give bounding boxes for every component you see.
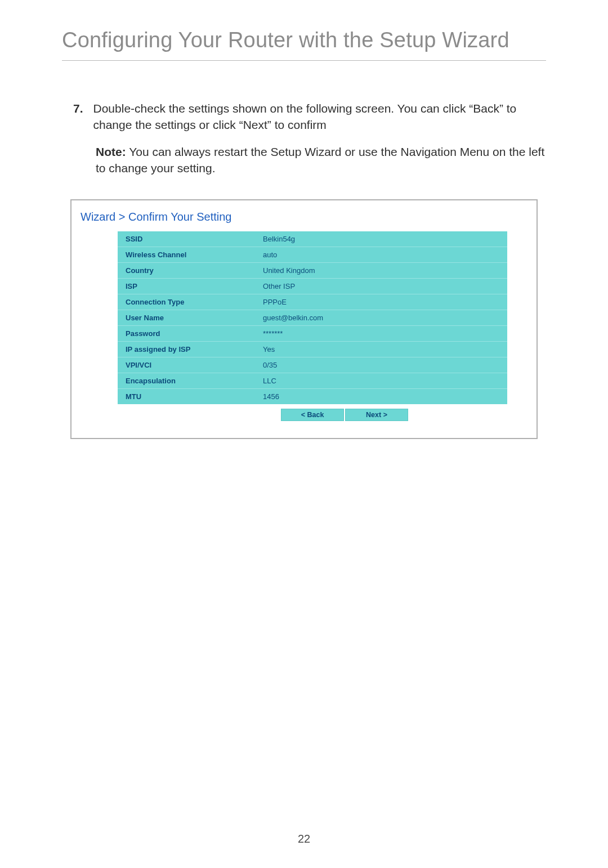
setting-label: MTU bbox=[118, 388, 255, 404]
setting-value: Yes bbox=[255, 341, 507, 357]
page-number: 22 bbox=[0, 833, 608, 845]
table-row: Wireless Channel auto bbox=[118, 247, 507, 262]
setting-label: ISP bbox=[118, 278, 255, 294]
page-title: Configuring Your Router with the Setup W… bbox=[62, 28, 546, 61]
settings-block: SSID Belkin54g Wireless Channel auto Cou… bbox=[118, 231, 507, 421]
step-number: 7. bbox=[73, 100, 83, 117]
table-row: MTU 1456 bbox=[118, 388, 507, 404]
wizard-screenshot: Wizard > Confirm Your Setting SSID Belki… bbox=[70, 199, 538, 439]
wizard-breadcrumb: Wizard > Confirm Your Setting bbox=[81, 211, 527, 223]
table-row: IP assigned by ISP Yes bbox=[118, 341, 507, 357]
step-text: Double-check the settings shown on the f… bbox=[93, 100, 546, 133]
setting-value: PPPoE bbox=[255, 294, 507, 310]
setting-label: SSID bbox=[118, 231, 255, 247]
setting-label: User Name bbox=[118, 310, 255, 325]
back-button[interactable]: < Back bbox=[281, 409, 344, 421]
table-row: ISP Other ISP bbox=[118, 278, 507, 294]
setting-value: auto bbox=[255, 247, 507, 262]
wizard-button-row: < BackNext > bbox=[118, 404, 507, 421]
setting-label: Wireless Channel bbox=[118, 247, 255, 262]
note-label: Note: bbox=[96, 145, 126, 158]
setting-value: LLC bbox=[255, 373, 507, 388]
setting-value: 0/35 bbox=[255, 357, 507, 373]
note-text: You can always restart the Setup Wizard … bbox=[96, 145, 544, 175]
note: Note: You can always restart the Setup W… bbox=[96, 144, 546, 177]
table-row: Password ******* bbox=[118, 325, 507, 341]
table-row: VPI/VCI 0/35 bbox=[118, 357, 507, 373]
step-7: 7. Double-check the settings shown on th… bbox=[73, 100, 546, 133]
table-row: Country United Kingdom bbox=[118, 262, 507, 278]
setting-label: VPI/VCI bbox=[118, 357, 255, 373]
setting-label: Country bbox=[118, 262, 255, 278]
setting-value: 1456 bbox=[255, 388, 507, 404]
setting-label: Encapsulation bbox=[118, 373, 255, 388]
setting-value: ******* bbox=[255, 325, 507, 341]
setting-label: Connection Type bbox=[118, 294, 255, 310]
settings-table: SSID Belkin54g Wireless Channel auto Cou… bbox=[118, 231, 507, 404]
table-row: SSID Belkin54g bbox=[118, 231, 507, 247]
setting-value: Other ISP bbox=[255, 278, 507, 294]
table-row: Encapsulation LLC bbox=[118, 373, 507, 388]
setting-value: Belkin54g bbox=[255, 231, 507, 247]
next-button[interactable]: Next > bbox=[345, 409, 408, 421]
table-row: Connection Type PPPoE bbox=[118, 294, 507, 310]
setting-label: IP assigned by ISP bbox=[118, 341, 255, 357]
setting-label: Password bbox=[118, 325, 255, 341]
setting-value: United Kingdom bbox=[255, 262, 507, 278]
table-row: User Name guest@belkin.com bbox=[118, 310, 507, 325]
setting-value: guest@belkin.com bbox=[255, 310, 507, 325]
